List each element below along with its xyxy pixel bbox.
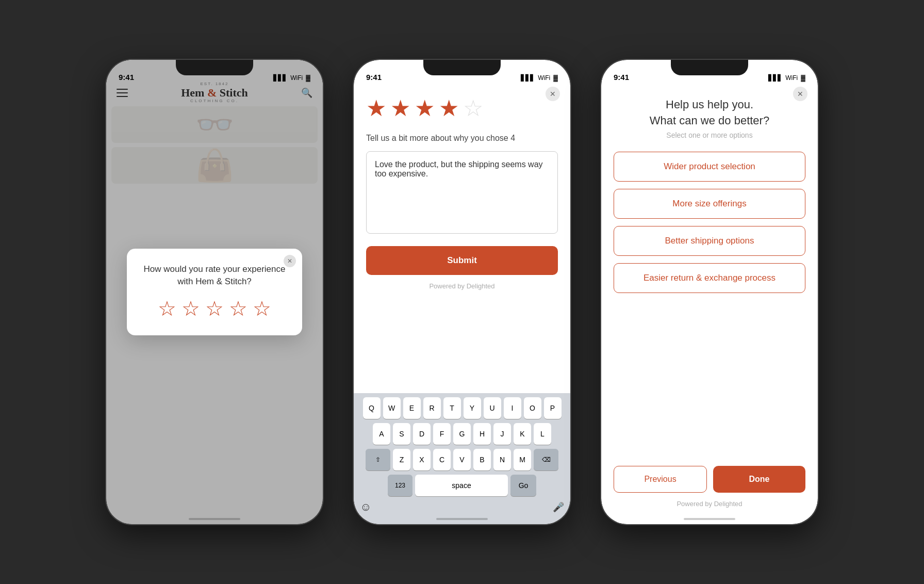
status-time-3: 9:41 xyxy=(614,73,629,82)
star-3[interactable]: ☆ xyxy=(205,298,224,319)
option-easier-return[interactable]: Easier return & exchange process xyxy=(614,263,805,293)
phone-2-screen: 9:41 ▋▋▋ WiFi ▓ ✕ ★ ★ ★ ★ ☆ Tell us a bi… xyxy=(354,60,570,524)
key-l[interactable]: L xyxy=(534,423,551,445)
key-x[interactable]: X xyxy=(413,449,431,471)
modal-overlay: ✕ How would you rate your experience wit… xyxy=(106,60,323,524)
title-line-1: Help us help you. xyxy=(666,98,753,111)
key-m[interactable]: M xyxy=(514,449,531,471)
title-line-2: What can we do better? xyxy=(650,114,769,127)
key-y[interactable]: Y xyxy=(464,397,481,419)
star-filled-3[interactable]: ★ xyxy=(415,95,435,121)
key-j[interactable]: J xyxy=(493,423,511,445)
close-button-3[interactable]: ✕ xyxy=(793,87,807,101)
feedback-textarea[interactable]: Love the product, but the shipping seems… xyxy=(366,151,558,234)
key-b[interactable]: B xyxy=(473,449,491,471)
status-icons-2: ▋▋▋ WiFi ▓ xyxy=(521,74,558,82)
star-empty-5[interactable]: ☆ xyxy=(463,95,483,121)
key-e[interactable]: E xyxy=(403,397,421,419)
key-r[interactable]: R xyxy=(423,397,441,419)
key-shift[interactable]: ⇧ xyxy=(366,449,390,471)
feedback-question: Tell us a bit more about why you chose 4 xyxy=(366,134,558,143)
key-q[interactable]: Q xyxy=(363,397,381,419)
signal-icon-1: ▋▋▋ xyxy=(273,74,287,82)
wifi-icon-1: WiFi xyxy=(290,74,303,82)
home-indicator-3 xyxy=(684,518,735,520)
done-button[interactable]: Done xyxy=(713,466,805,493)
rating-modal: ✕ How would you rate your experience wit… xyxy=(127,249,302,335)
star-rating-ph2[interactable]: ★ ★ ★ ★ ☆ xyxy=(366,95,558,121)
key-s[interactable]: S xyxy=(393,423,410,445)
option-wider-selection[interactable]: Wider product selection xyxy=(614,152,805,182)
signal-icon-2: ▋▋▋ xyxy=(521,74,535,82)
key-u[interactable]: U xyxy=(484,397,501,419)
key-g[interactable]: G xyxy=(453,423,471,445)
notch-3 xyxy=(671,60,748,75)
key-w[interactable]: W xyxy=(383,397,401,419)
battery-icon-2: ▓ xyxy=(553,74,558,82)
star-filled-2[interactable]: ★ xyxy=(390,95,410,121)
key-v[interactable]: V xyxy=(453,449,471,471)
emoji-key[interactable]: ☺ xyxy=(360,500,371,514)
bottom-navigation: Previous Done Powered by Delighted xyxy=(601,466,818,524)
status-icons-3: ▋▋▋ WiFi ▓ xyxy=(768,74,805,82)
key-n[interactable]: N xyxy=(493,449,511,471)
key-i[interactable]: I xyxy=(504,397,521,419)
star-rating-row[interactable]: ☆ ☆ ☆ ☆ ☆ xyxy=(139,298,290,319)
keyboard-row-1: Q W E R T Y U I O P xyxy=(356,397,568,419)
modal-close-button[interactable]: ✕ xyxy=(284,255,296,267)
home-indicator-2 xyxy=(436,518,488,520)
options-subtitle: Select one or more options xyxy=(614,131,805,139)
key-o[interactable]: O xyxy=(524,397,541,419)
key-t[interactable]: T xyxy=(443,397,461,419)
phone-3-screen: 9:41 ▋▋▋ WiFi ▓ ✕ Help us help you. What… xyxy=(601,60,818,524)
star-filled-1[interactable]: ★ xyxy=(366,95,386,121)
phone-2: 9:41 ▋▋▋ WiFi ▓ ✕ ★ ★ ★ ★ ☆ Tell us a bi… xyxy=(354,60,570,524)
wifi-icon-3: WiFi xyxy=(785,74,798,82)
key-c[interactable]: C xyxy=(433,449,451,471)
key-z[interactable]: Z xyxy=(393,449,410,471)
signal-icon-3: ▋▋▋ xyxy=(768,74,782,82)
notch-1 xyxy=(176,60,253,75)
previous-button[interactable]: Previous xyxy=(614,466,707,493)
status-icons-1: ▋▋▋ WiFi ▓ xyxy=(273,74,310,82)
options-content: Help us help you. What can we do better?… xyxy=(601,60,818,293)
powered-by-2: Powered by Delighted xyxy=(366,282,558,290)
page-title-3: Help us help you. What can we do better? xyxy=(614,97,805,129)
keyboard-row-2: A S D F G H J K L xyxy=(356,423,568,445)
key-f[interactable]: F xyxy=(433,423,451,445)
status-time-1: 9:41 xyxy=(119,73,134,82)
phone-3: 9:41 ▋▋▋ WiFi ▓ ✕ Help us help you. What… xyxy=(601,60,818,524)
wifi-icon-2: WiFi xyxy=(538,74,550,82)
star-5[interactable]: ☆ xyxy=(253,298,271,319)
star-2[interactable]: ☆ xyxy=(182,298,200,319)
key-k[interactable]: K xyxy=(514,423,531,445)
star-filled-4[interactable]: ★ xyxy=(439,95,459,121)
battery-icon-1: ▓ xyxy=(306,74,310,82)
close-button-2[interactable]: ✕ xyxy=(546,87,560,101)
key-go[interactable]: Go xyxy=(510,475,536,496)
key-p[interactable]: P xyxy=(544,397,562,419)
status-time-2: 9:41 xyxy=(366,73,382,82)
phone-1: 9:41 ▋▋▋ WiFi ▓ EST. 1842 Hem & Stitch C… xyxy=(106,60,323,524)
key-123[interactable]: 123 xyxy=(388,475,412,496)
key-d[interactable]: D xyxy=(413,423,431,445)
submit-button[interactable]: Submit xyxy=(366,246,558,275)
notch-2 xyxy=(423,60,501,75)
option-better-shipping[interactable]: Better shipping options xyxy=(614,226,805,256)
keyboard-row-3: ⇧ Z X C V B N M ⌫ xyxy=(356,449,568,471)
key-h[interactable]: H xyxy=(473,423,491,445)
keyboard-bottom-row: ☺ 🎤 xyxy=(356,500,568,514)
nav-row: Previous Done xyxy=(614,466,805,493)
powered-by-3: Powered by Delighted xyxy=(614,500,805,508)
key-a[interactable]: A xyxy=(373,423,390,445)
key-delete[interactable]: ⌫ xyxy=(534,449,558,471)
modal-title: How would you rate your experience with … xyxy=(139,263,290,288)
option-more-sizes[interactable]: More size offerings xyxy=(614,189,805,219)
star-4[interactable]: ☆ xyxy=(229,298,248,319)
keyboard: Q W E R T Y U I O P A S D F G H J K L xyxy=(354,393,570,524)
mic-key[interactable]: 🎤 xyxy=(553,501,564,513)
key-space[interactable]: space xyxy=(415,475,508,496)
star-1[interactable]: ☆ xyxy=(158,298,176,319)
feedback-content: ★ ★ ★ ★ ☆ Tell us a bit more about why y… xyxy=(354,60,570,290)
phone-1-screen: 9:41 ▋▋▋ WiFi ▓ EST. 1842 Hem & Stitch C… xyxy=(106,60,323,524)
